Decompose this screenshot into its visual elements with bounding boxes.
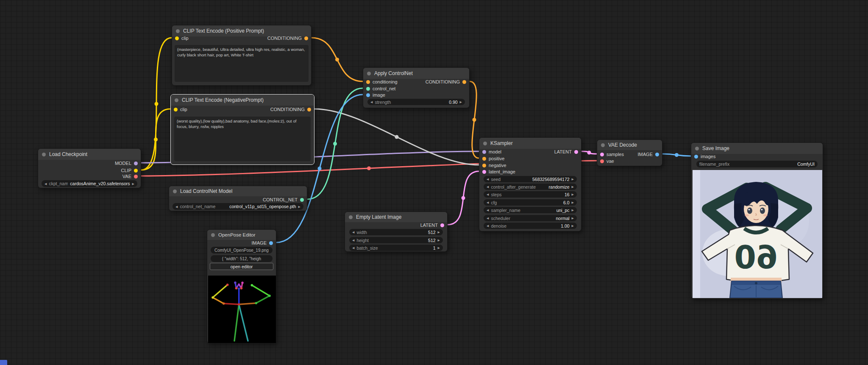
sampler-name-combo[interactable]: ◀ sampler_name uni_pc ▶	[484, 207, 577, 213]
collapse-dot-icon[interactable]	[176, 29, 180, 33]
conditioning-output-port[interactable]	[307, 108, 311, 111]
node-title-bar[interactable]: CLIP Text Encode (NegativePrompt)	[171, 95, 314, 106]
strength-number-widget[interactable]: ◀ strength 0.90 ▶	[367, 99, 465, 105]
decrement-arrow-icon[interactable]: ◀	[487, 185, 489, 188]
control-net-output-port[interactable]	[300, 198, 304, 202]
decrement-arrow-icon[interactable]: ◀	[45, 182, 47, 185]
pose-json-widget[interactable]: { "width": 512, "heigh	[211, 255, 273, 262]
decrement-arrow-icon[interactable]: ◀	[487, 217, 489, 220]
link-midpoint-dot[interactable]	[318, 167, 322, 170]
link-midpoint-dot[interactable]	[367, 167, 371, 170]
cfg-number-widget[interactable]: ◀ cfg 6.0 ▶	[484, 199, 577, 206]
decrement-arrow-icon[interactable]: ◀	[352, 239, 354, 242]
link-midpoint-dot[interactable]	[335, 58, 339, 61]
node-clip-text-encode-negative[interactable]: CLIP Text Encode (NegativePrompt) clip C…	[170, 94, 314, 165]
conditioning-output-port[interactable]	[462, 80, 466, 84]
node-title-bar[interactable]: Empty Latent Image	[345, 212, 447, 222]
node-title-bar[interactable]: VAE Decode	[597, 140, 662, 150]
decrement-arrow-icon[interactable]: ◀	[487, 178, 489, 181]
node-title-bar[interactable]: Apply ControlNet	[363, 68, 469, 79]
increment-arrow-icon[interactable]: ▶	[438, 246, 440, 249]
ckpt-name-combo[interactable]: ◀ ckpt_name cardosAnime_v20.safetensors …	[42, 180, 137, 187]
increment-arrow-icon[interactable]: ▶	[460, 100, 462, 103]
scheduler-combo[interactable]: ◀ scheduler normal ▶	[484, 215, 577, 221]
link-midpoint-dot[interactable]	[333, 142, 337, 146]
steps-number-widget[interactable]: ◀ steps 16 ▶	[484, 191, 577, 198]
negative-input-port[interactable]	[482, 164, 486, 167]
latent-image-input-port[interactable]	[482, 170, 486, 174]
node-vae-decode[interactable]: VAE Decode samples IMAGE vae	[597, 139, 662, 166]
height-number-widget[interactable]: ◀ height 512 ▶	[349, 237, 443, 243]
image-output-port[interactable]	[655, 153, 659, 156]
node-title-bar[interactable]: Load ControlNet Model	[169, 186, 307, 196]
decrement-arrow-icon[interactable]: ◀	[370, 100, 373, 103]
collapse-dot-icon[interactable]	[601, 143, 605, 147]
width-number-widget[interactable]: ◀ width 512 ▶	[349, 229, 443, 235]
link-midpoint-dot[interactable]	[473, 118, 476, 122]
node-clip-text-encode-positive[interactable]: CLIP Text Encode (Positive Prompt) clip …	[172, 25, 312, 86]
node-graph-canvas[interactable]: CLIP Text Encode (Positive Prompt) clip …	[0, 0, 868, 365]
node-title-bar[interactable]: Save Image	[691, 143, 823, 154]
node-empty-latent-image[interactable]: Empty Latent Image LATENT ◀ width 512 ▶ …	[345, 212, 448, 252]
positive-prompt-textarea[interactable]: (masterpiece, beautiful, Ultra detailed,…	[175, 45, 309, 82]
images-input-port[interactable]	[694, 155, 698, 159]
decrement-arrow-icon[interactable]: ◀	[352, 231, 354, 234]
latent-output-port[interactable]	[574, 150, 578, 154]
filename-prefix-text-widget[interactable]: filename_prefix ComfyUI	[696, 161, 818, 167]
collapse-dot-icon[interactable]	[211, 233, 215, 237]
denoise-number-widget[interactable]: ◀ denoise 1.00 ▶	[484, 223, 577, 229]
decrement-arrow-icon[interactable]: ◀	[175, 205, 178, 208]
link-midpoint-dot[interactable]	[155, 102, 159, 106]
image-output-port[interactable]	[269, 241, 273, 245]
negative-prompt-textarea[interactable]: (worst quality),(low quality),bad anatom…	[174, 117, 311, 161]
increment-arrow-icon[interactable]: ▶	[438, 239, 440, 242]
increment-arrow-icon[interactable]: ▶	[572, 178, 574, 181]
link-midpoint-dot[interactable]	[154, 138, 158, 142]
control-net-name-combo[interactable]: ◀ control_net_name control_v11p_sd15_ope…	[172, 203, 303, 210]
link-midpoint-dot[interactable]	[462, 196, 465, 200]
link-midpoint-dot[interactable]	[675, 153, 679, 157]
vae-output-port[interactable]	[134, 175, 138, 178]
increment-arrow-icon[interactable]: ▶	[438, 231, 440, 234]
link-midpoint-dot[interactable]	[395, 135, 399, 139]
node-load-controlnet-model[interactable]: Load ControlNet Model CONTROL_NET ◀ cont…	[169, 186, 307, 211]
vae-input-port[interactable]	[600, 159, 604, 163]
increment-arrow-icon[interactable]: ▶	[572, 224, 574, 227]
collapse-dot-icon[interactable]	[42, 153, 46, 156]
collapse-dot-icon[interactable]	[175, 98, 178, 102]
node-title-bar[interactable]: Load Checkpoint	[38, 149, 141, 160]
collapse-dot-icon[interactable]	[367, 72, 371, 75]
collapse-dot-icon[interactable]	[483, 142, 487, 145]
increment-arrow-icon[interactable]: ▶	[572, 201, 574, 204]
node-title-bar[interactable]: KSampler	[479, 138, 581, 149]
decrement-arrow-icon[interactable]: ◀	[487, 201, 489, 204]
decrement-arrow-icon[interactable]: ◀	[487, 224, 489, 227]
conditioning-output-port[interactable]	[304, 36, 308, 40]
seed-number-widget[interactable]: ◀ seed 568325689594172 ▶	[484, 176, 577, 182]
collapse-dot-icon[interactable]	[695, 147, 699, 150]
open-editor-button[interactable]: open editor	[210, 263, 273, 270]
node-save-image[interactable]: Save Image images filename_prefix ComfyU…	[691, 142, 823, 299]
link-midpoint-dot[interactable]	[587, 151, 591, 155]
collapse-dot-icon[interactable]	[349, 215, 353, 219]
decrement-arrow-icon[interactable]: ◀	[352, 246, 354, 249]
image-input-port[interactable]	[366, 93, 370, 97]
positive-input-port[interactable]	[482, 157, 486, 161]
node-title-bar[interactable]: OpenPose Editor	[207, 230, 276, 240]
control-net-input-port[interactable]	[366, 87, 370, 91]
collapse-dot-icon[interactable]	[173, 189, 177, 193]
model-output-port[interactable]	[134, 162, 138, 165]
batch-size-number-widget[interactable]: ◀ batch_size 1 ▶	[349, 245, 443, 251]
decrement-arrow-icon[interactable]: ◀	[487, 193, 489, 196]
increment-arrow-icon[interactable]: ▶	[132, 182, 134, 185]
increment-arrow-icon[interactable]: ▶	[572, 209, 574, 212]
node-openpose-editor[interactable]: OpenPose Editor IMAGE ComfyUI_OpenPose_1…	[207, 229, 276, 343]
clip-output-port[interactable]	[134, 169, 138, 173]
increment-arrow-icon[interactable]: ▶	[572, 185, 574, 188]
increment-arrow-icon[interactable]: ▶	[298, 205, 300, 208]
latent-output-port[interactable]	[440, 223, 444, 227]
node-ksampler[interactable]: KSampler model LATENT positive negative …	[479, 137, 581, 231]
decrement-arrow-icon[interactable]: ◀	[487, 209, 489, 212]
increment-arrow-icon[interactable]: ▶	[572, 217, 574, 220]
pose-filename-widget[interactable]: ComfyUI_OpenPose_19.png	[211, 247, 273, 254]
